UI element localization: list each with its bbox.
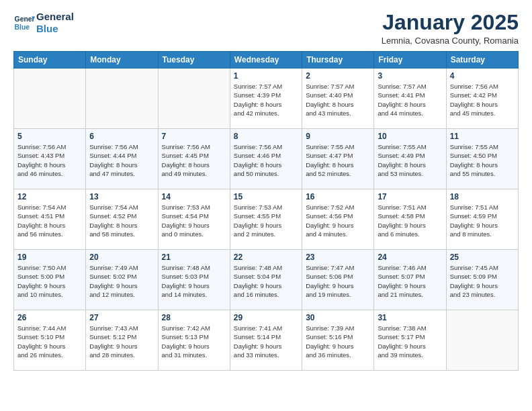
calendar-cell bbox=[446, 310, 518, 371]
day-info: Sunrise: 7:38 AM Sunset: 5:17 PM Dayligh… bbox=[378, 324, 442, 359]
calendar-cell: 7Sunrise: 7:56 AM Sunset: 4:45 PM Daylig… bbox=[158, 129, 230, 189]
calendar-cell: 22Sunrise: 7:48 AM Sunset: 5:04 PM Dayli… bbox=[230, 250, 302, 310]
day-number: 25 bbox=[450, 253, 515, 262]
day-number: 8 bbox=[234, 132, 298, 141]
day-info: Sunrise: 7:53 AM Sunset: 4:54 PM Dayligh… bbox=[162, 203, 226, 238]
day-info: Sunrise: 7:55 AM Sunset: 4:47 PM Dayligh… bbox=[306, 142, 370, 178]
weekday-header-friday: Friday bbox=[374, 52, 446, 68]
calendar-cell: 17Sunrise: 7:51 AM Sunset: 4:58 PM Dayli… bbox=[374, 189, 446, 250]
calendar-cell: 25Sunrise: 7:45 AM Sunset: 5:09 PM Dayli… bbox=[446, 250, 518, 310]
day-number: 26 bbox=[17, 313, 82, 322]
day-number: 28 bbox=[162, 313, 226, 322]
day-info: Sunrise: 7:55 AM Sunset: 4:50 PM Dayligh… bbox=[450, 142, 515, 178]
day-number: 19 bbox=[17, 253, 82, 262]
day-info: Sunrise: 7:56 AM Sunset: 4:46 PM Dayligh… bbox=[234, 142, 298, 178]
day-info: Sunrise: 7:45 AM Sunset: 5:09 PM Dayligh… bbox=[450, 263, 515, 299]
day-number: 14 bbox=[162, 192, 226, 201]
day-info: Sunrise: 7:55 AM Sunset: 4:49 PM Dayligh… bbox=[378, 142, 442, 178]
day-number: 4 bbox=[450, 71, 515, 81]
day-number: 6 bbox=[89, 132, 154, 141]
calendar-table: SundayMondayTuesdayWednesdayThursdayFrid… bbox=[13, 51, 519, 371]
calendar-cell: 6Sunrise: 7:56 AM Sunset: 4:44 PM Daylig… bbox=[86, 129, 158, 189]
day-number: 9 bbox=[306, 132, 370, 141]
day-number: 16 bbox=[306, 192, 370, 201]
svg-text:General: General bbox=[15, 15, 35, 23]
day-number: 2 bbox=[306, 71, 370, 81]
day-info: Sunrise: 7:48 AM Sunset: 5:03 PM Dayligh… bbox=[162, 263, 226, 299]
month-title: January 2025 bbox=[382, 11, 519, 34]
day-info: Sunrise: 7:48 AM Sunset: 5:04 PM Dayligh… bbox=[234, 263, 298, 299]
day-number: 24 bbox=[378, 253, 442, 262]
calendar-cell: 20Sunrise: 7:49 AM Sunset: 5:02 PM Dayli… bbox=[86, 250, 158, 310]
calendar-cell: 12Sunrise: 7:54 AM Sunset: 4:51 PM Dayli… bbox=[14, 189, 86, 250]
calendar-cell: 28Sunrise: 7:42 AM Sunset: 5:13 PM Dayli… bbox=[158, 310, 230, 371]
day-info: Sunrise: 7:51 AM Sunset: 4:59 PM Dayligh… bbox=[450, 203, 515, 238]
calendar-cell: 16Sunrise: 7:52 AM Sunset: 4:56 PM Dayli… bbox=[302, 189, 374, 250]
calendar-cell: 1Sunrise: 7:57 AM Sunset: 4:39 PM Daylig… bbox=[230, 68, 302, 129]
calendar-cell: 8Sunrise: 7:56 AM Sunset: 4:46 PM Daylig… bbox=[230, 129, 302, 189]
day-info: Sunrise: 7:49 AM Sunset: 5:02 PM Dayligh… bbox=[89, 263, 154, 299]
calendar-cell bbox=[158, 68, 230, 129]
day-number: 30 bbox=[306, 313, 370, 322]
day-number: 3 bbox=[378, 71, 442, 81]
day-number: 7 bbox=[162, 132, 226, 141]
calendar-week-row: 5Sunrise: 7:56 AM Sunset: 4:43 PM Daylig… bbox=[14, 129, 519, 189]
day-info: Sunrise: 7:39 AM Sunset: 5:16 PM Dayligh… bbox=[306, 324, 370, 359]
day-info: Sunrise: 7:44 AM Sunset: 5:10 PM Dayligh… bbox=[17, 324, 82, 359]
calendar-cell: 19Sunrise: 7:50 AM Sunset: 5:00 PM Dayli… bbox=[14, 250, 86, 310]
day-info: Sunrise: 7:56 AM Sunset: 4:42 PM Dayligh… bbox=[450, 82, 515, 118]
calendar-week-row: 19Sunrise: 7:50 AM Sunset: 5:00 PM Dayli… bbox=[14, 250, 519, 310]
calendar-cell: 10Sunrise: 7:55 AM Sunset: 4:49 PM Dayli… bbox=[374, 129, 446, 189]
calendar-cell: 13Sunrise: 7:54 AM Sunset: 4:52 PM Dayli… bbox=[86, 189, 158, 250]
title-block: January 2025 Lemnia, Covasna County, Rom… bbox=[382, 11, 519, 46]
day-info: Sunrise: 7:57 AM Sunset: 4:39 PM Dayligh… bbox=[234, 82, 298, 118]
day-number: 1 bbox=[234, 71, 298, 81]
day-number: 27 bbox=[89, 313, 154, 322]
day-number: 12 bbox=[17, 192, 82, 201]
day-number: 17 bbox=[378, 192, 442, 201]
day-info: Sunrise: 7:46 AM Sunset: 5:07 PM Dayligh… bbox=[378, 263, 442, 299]
day-number: 29 bbox=[234, 313, 298, 322]
logo-icon: General Blue bbox=[13, 12, 35, 34]
day-number: 21 bbox=[162, 253, 226, 262]
day-number: 5 bbox=[17, 132, 82, 141]
day-number: 23 bbox=[306, 253, 370, 262]
day-info: Sunrise: 7:56 AM Sunset: 4:44 PM Dayligh… bbox=[89, 142, 154, 178]
calendar-week-row: 1Sunrise: 7:57 AM Sunset: 4:39 PM Daylig… bbox=[14, 68, 519, 129]
page: General Blue General Blue January 2025 L… bbox=[0, 0, 532, 384]
day-info: Sunrise: 7:42 AM Sunset: 5:13 PM Dayligh… bbox=[162, 324, 226, 359]
calendar-cell: 15Sunrise: 7:53 AM Sunset: 4:55 PM Dayli… bbox=[230, 189, 302, 250]
calendar-cell: 30Sunrise: 7:39 AM Sunset: 5:16 PM Dayli… bbox=[302, 310, 374, 371]
calendar-cell: 5Sunrise: 7:56 AM Sunset: 4:43 PM Daylig… bbox=[14, 129, 86, 189]
day-number: 22 bbox=[234, 253, 298, 262]
calendar-cell: 9Sunrise: 7:55 AM Sunset: 4:47 PM Daylig… bbox=[302, 129, 374, 189]
calendar-cell: 27Sunrise: 7:43 AM Sunset: 5:12 PM Dayli… bbox=[86, 310, 158, 371]
day-number: 20 bbox=[89, 253, 154, 262]
weekday-header-monday: Monday bbox=[86, 52, 158, 68]
calendar-week-row: 12Sunrise: 7:54 AM Sunset: 4:51 PM Dayli… bbox=[14, 189, 519, 250]
logo-general: General bbox=[36, 11, 74, 22]
day-info: Sunrise: 7:52 AM Sunset: 4:56 PM Dayligh… bbox=[306, 203, 370, 238]
day-info: Sunrise: 7:54 AM Sunset: 4:51 PM Dayligh… bbox=[17, 203, 82, 238]
calendar-cell: 24Sunrise: 7:46 AM Sunset: 5:07 PM Dayli… bbox=[374, 250, 446, 310]
location-subtitle: Lemnia, Covasna County, Romania bbox=[382, 36, 519, 46]
calendar-week-row: 26Sunrise: 7:44 AM Sunset: 5:10 PM Dayli… bbox=[14, 310, 519, 371]
calendar-cell: 31Sunrise: 7:38 AM Sunset: 5:17 PM Dayli… bbox=[374, 310, 446, 371]
logo-blue: Blue bbox=[36, 23, 58, 34]
calendar-cell: 3Sunrise: 7:57 AM Sunset: 4:41 PM Daylig… bbox=[374, 68, 446, 129]
calendar-cell bbox=[86, 68, 158, 129]
day-info: Sunrise: 7:43 AM Sunset: 5:12 PM Dayligh… bbox=[89, 324, 154, 359]
weekday-header-saturday: Saturday bbox=[446, 52, 518, 68]
calendar-cell: 29Sunrise: 7:41 AM Sunset: 5:14 PM Dayli… bbox=[230, 310, 302, 371]
day-info: Sunrise: 7:47 AM Sunset: 5:06 PM Dayligh… bbox=[306, 263, 370, 299]
day-number: 31 bbox=[378, 313, 442, 322]
day-info: Sunrise: 7:56 AM Sunset: 4:43 PM Dayligh… bbox=[17, 142, 82, 178]
day-number: 13 bbox=[89, 192, 154, 201]
calendar-cell: 21Sunrise: 7:48 AM Sunset: 5:03 PM Dayli… bbox=[158, 250, 230, 310]
weekday-header-sunday: Sunday bbox=[14, 52, 86, 68]
day-number: 18 bbox=[450, 192, 515, 201]
calendar-cell: 14Sunrise: 7:53 AM Sunset: 4:54 PM Dayli… bbox=[158, 189, 230, 250]
calendar-cell: 4Sunrise: 7:56 AM Sunset: 4:42 PM Daylig… bbox=[446, 68, 518, 129]
logo: General Blue General Blue bbox=[13, 11, 74, 35]
calendar-cell: 26Sunrise: 7:44 AM Sunset: 5:10 PM Dayli… bbox=[14, 310, 86, 371]
